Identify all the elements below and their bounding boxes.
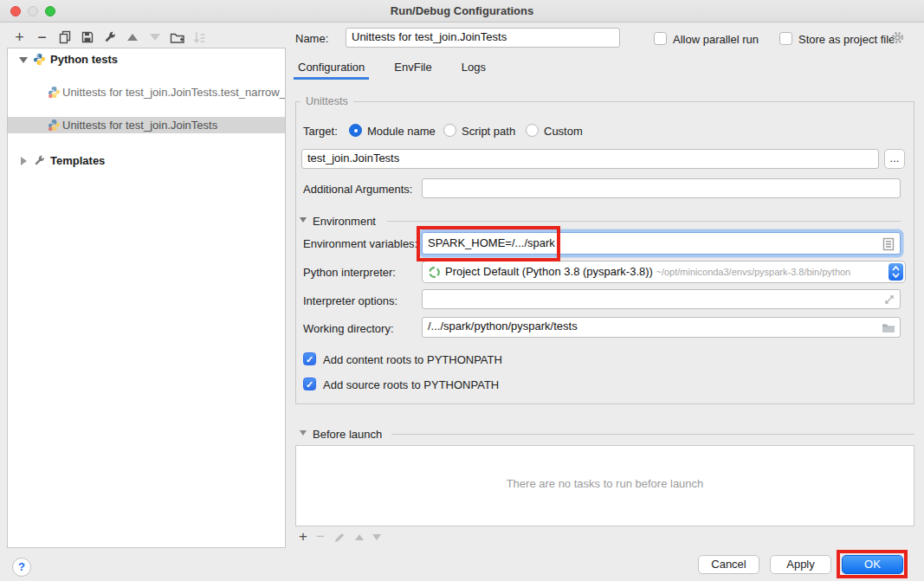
- checkmark-icon: ✓: [306, 354, 313, 365]
- allow-parallel-run-label: Allow parallel run: [673, 33, 759, 46]
- before-launch-empty-text: There are no tasks to run before launch: [296, 477, 914, 490]
- python-interpreter-value: Project Default (Python 3.8 (pyspark-3.8…: [445, 265, 653, 278]
- before-launch-task-list[interactable]: There are no tasks to run before launch: [295, 445, 914, 526]
- tree-item-test-narrow[interactable]: Unittests for test_join.JoinTests.test_n…: [8, 84, 285, 100]
- move-up-button[interactable]: [125, 30, 139, 45]
- python-interpreter-label: Python interpreter:: [303, 266, 396, 279]
- help-button[interactable]: ?: [12, 558, 31, 577]
- add-configuration-button[interactable]: +: [12, 30, 27, 45]
- sort-az-icon: [192, 30, 207, 45]
- configurations-tree: Python tests Unittests for test_join.Joi…: [7, 48, 286, 548]
- target-custom-radio[interactable]: [526, 124, 539, 137]
- python-test-icon: [48, 119, 61, 132]
- copy-configuration-button[interactable]: [57, 30, 72, 45]
- tree-item-label: Unittests for test_join.JoinTests: [62, 117, 217, 133]
- tree-item-jointests-selected[interactable]: Unittests for test_join.JoinTests: [8, 117, 285, 133]
- gear-icon[interactable]: [890, 30, 905, 45]
- python-interpreter-select[interactable]: Project Default (Python 3.8 (pyspark-3.8…: [422, 261, 906, 283]
- apply-button[interactable]: Apply: [770, 555, 831, 574]
- save-icon: [81, 30, 94, 44]
- target-module-value: test_join.JoinTests: [307, 152, 399, 165]
- conda-environment-icon: [428, 266, 441, 279]
- interpreter-options-label: Interpreter options:: [303, 294, 397, 307]
- store-as-project-file-checkbox[interactable]: [779, 32, 792, 45]
- unittests-group-title: Unittests: [300, 95, 353, 107]
- environment-variables-label: Environment variables:: [303, 237, 417, 250]
- chevron-up-down-icon: [888, 263, 903, 281]
- folder-icon[interactable]: [882, 322, 895, 334]
- edit-templates-button[interactable]: [102, 30, 117, 45]
- down-arrow-icon: [150, 34, 160, 41]
- ok-button[interactable]: OK: [842, 555, 903, 574]
- environment-variables-value: SPARK_HOME=/.../spark: [428, 236, 555, 249]
- move-task-down-button[interactable]: [372, 534, 381, 540]
- tab-bar: Configuration EnvFile Logs: [295, 57, 488, 80]
- tree-item-label: Unittests for test_join.JoinTests.test_n…: [62, 84, 285, 100]
- before-launch-collapse-icon[interactable]: [300, 430, 307, 436]
- target-module-input[interactable]: test_join.JoinTests: [301, 149, 879, 169]
- templates-wrench-icon: [33, 154, 46, 167]
- chevron-expanded-icon[interactable]: [19, 57, 28, 63]
- target-module-name-label: Module name: [367, 125, 436, 138]
- interpreter-dropdown-stepper[interactable]: [888, 263, 903, 281]
- additional-arguments-input[interactable]: [422, 178, 901, 198]
- save-configuration-button[interactable]: [80, 30, 94, 45]
- environment-collapse-icon[interactable]: [300, 217, 307, 223]
- add-source-roots-checkbox[interactable]: ✓: [303, 378, 316, 391]
- minus-icon: −: [37, 31, 47, 43]
- tree-item-python-tests[interactable]: Python tests: [8, 51, 285, 68]
- cancel-button[interactable]: Cancel: [698, 555, 759, 574]
- python-test-icon: [48, 86, 61, 99]
- tab-envfile[interactable]: EnvFile: [391, 57, 434, 80]
- python-icon: [33, 53, 46, 66]
- tree-item-label: Python tests: [50, 51, 118, 68]
- add-content-roots-label: Add content roots to PYTHONPATH: [323, 353, 502, 366]
- create-folder-button[interactable]: [170, 30, 184, 45]
- working-directory-label: Working directory:: [303, 322, 394, 335]
- target-label: Target:: [303, 125, 338, 138]
- plus-icon: +: [15, 31, 24, 43]
- browse-env-vars-icon[interactable]: [882, 237, 895, 251]
- interpreter-options-input[interactable]: [422, 289, 901, 309]
- target-module-name-radio[interactable]: [349, 124, 362, 137]
- move-task-up-button[interactable]: [355, 534, 364, 540]
- before-launch-title: Before launch: [313, 428, 382, 441]
- browse-target-button[interactable]: ...: [884, 149, 905, 169]
- window-title: Run/Debug Configurations: [0, 4, 924, 17]
- run-debug-configurations-dialog: Run/Debug Configurations + −: [0, 0, 924, 581]
- environment-variables-input[interactable]: SPARK_HOME=/.../spark: [422, 232, 901, 255]
- tab-configuration[interactable]: Configuration: [295, 57, 367, 80]
- title-bar[interactable]: Run/Debug Configurations: [0, 0, 924, 23]
- remove-task-button[interactable]: −: [316, 531, 325, 543]
- tree-item-label: Templates: [50, 152, 105, 169]
- environment-section-divider: [387, 221, 901, 222]
- target-script-path-radio[interactable]: [443, 124, 456, 137]
- sort-configurations-button[interactable]: [192, 30, 207, 45]
- edit-task-pencil-icon[interactable]: [333, 531, 346, 544]
- new-folder-icon: [170, 30, 184, 45]
- name-input[interactable]: Unittests for test_join.JoinTests: [346, 28, 620, 48]
- working-directory-value: /.../spark/python/pyspark/tests: [428, 320, 578, 332]
- tab-logs[interactable]: Logs: [459, 57, 488, 80]
- tree-item-templates[interactable]: Templates: [8, 152, 285, 169]
- remove-configuration-button[interactable]: −: [35, 30, 49, 45]
- up-arrow-icon: [127, 34, 138, 41]
- before-launch-divider: [391, 434, 914, 435]
- allow-parallel-run-checkbox[interactable]: [654, 32, 667, 45]
- name-label: Name:: [295, 32, 328, 45]
- before-launch-toolbar: + −: [299, 529, 381, 545]
- target-script-path-label: Script path: [462, 125, 515, 138]
- environment-section-title: Environment: [313, 215, 376, 228]
- add-task-button[interactable]: +: [299, 531, 307, 543]
- copy-icon: [58, 30, 72, 44]
- additional-arguments-label: Additional Arguments:: [303, 183, 412, 196]
- chevron-collapsed-icon[interactable]: [21, 157, 27, 165]
- name-value: Unittests for test_join.JoinTests: [352, 30, 507, 43]
- wrench-icon: [103, 30, 117, 44]
- expand-field-icon[interactable]: [883, 294, 895, 306]
- move-down-button[interactable]: [147, 30, 162, 45]
- working-directory-input[interactable]: /.../spark/python/pyspark/tests: [422, 317, 901, 338]
- add-content-roots-checkbox[interactable]: ✓: [303, 352, 316, 365]
- target-custom-label: Custom: [544, 125, 583, 138]
- configurations-toolbar: + −: [12, 28, 207, 47]
